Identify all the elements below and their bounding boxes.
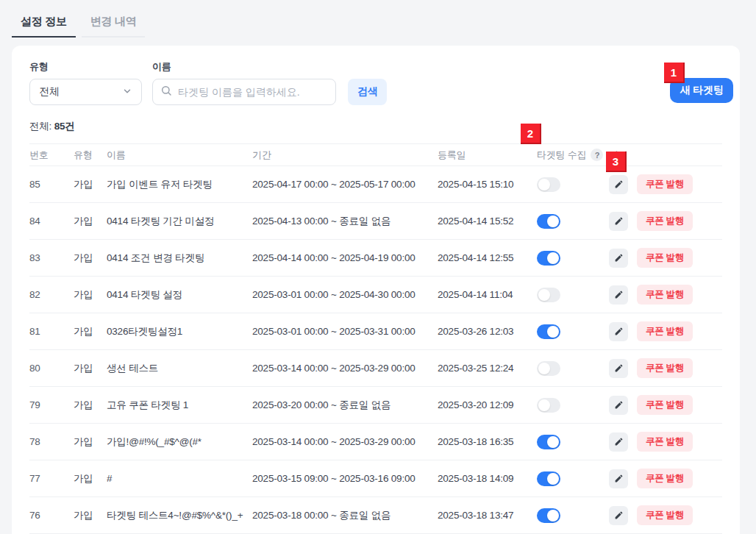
collect-toggle[interactable] [537,398,560,413]
pencil-icon [614,327,624,336]
table-row: 83 가입 0414 조건 변경 타겟팅 2025-04-14 00:00 ~ … [29,240,722,277]
cell-name: 가입 이벤트 유저 타겟팅 [107,178,252,191]
cell-period: 2025-03-14 00:00 ~ 2025-03-29 00:00 [252,436,438,447]
cell-type: 가입 [74,472,107,485]
coupon-issue-button[interactable]: 쿠폰 발행 [637,174,693,194]
total-count-label: 전체: [29,121,51,132]
cell-no: 85 [29,179,74,190]
name-filter-label: 이름 [152,60,387,74]
cell-type: 가입 [74,435,107,449]
pencil-icon [614,510,624,520]
cell-registered: 2025-04-14 12:55 [438,252,537,263]
search-icon [160,85,172,99]
name-filter-group: 이름 검색 [152,60,387,105]
collect-toggle[interactable] [537,177,560,192]
coupon-issue-button[interactable]: 쿠폰 발행 [637,321,693,341]
cell-no: 83 [29,252,74,263]
coupon-issue-button[interactable]: 쿠폰 발행 [637,248,693,268]
coupon-issue-button[interactable]: 쿠폰 발행 [637,285,693,305]
pencil-icon [614,474,624,483]
pencil-icon [614,253,624,263]
collect-toggle[interactable] [537,435,560,449]
cell-no: 82 [29,289,74,300]
help-icon[interactable]: ? [591,149,603,161]
cell-no: 84 [29,216,74,227]
type-select-value: 전체 [39,85,60,99]
search-button[interactable]: 검색 [348,79,387,105]
tab-settings-info[interactable]: 설정 정보 [12,10,76,38]
collect-toggle[interactable] [537,508,560,523]
edit-button[interactable] [609,322,628,341]
edit-button[interactable] [609,506,628,525]
table-body: 85 가입 가입 이벤트 유저 타겟팅 2025-04-17 00:00 ~ 2… [29,166,722,534]
cell-name: 0414 타겟팅 설정 [107,288,252,302]
annotation-badge-3: 3 [606,152,627,172]
coupon-issue-button[interactable]: 쿠폰 발행 [637,358,693,378]
cell-name: 0414 타겟팅 기간 미설정 [107,215,252,228]
type-select[interactable]: 전체 [29,79,142,105]
table-row: 77 가입 # 2025-03-15 09:00 ~ 2025-03-16 09… [29,460,722,497]
cell-name: 고유 쿠폰 타겟팅 1 [107,399,252,412]
collect-toggle[interactable] [537,471,560,486]
cell-no: 76 [29,510,74,521]
cell-period: 2025-03-01 00:00 ~ 2025-04-30 00:00 [252,289,438,300]
cell-name: # [107,473,252,484]
content-card: 유형 전체 이름 검색 전체: 85건 [12,46,740,534]
collect-toggle[interactable] [537,361,560,376]
pencil-icon [614,216,624,226]
cell-period: 2025-03-18 00:00 ~ 종료일 없음 [252,509,438,522]
collect-toggle[interactable] [537,251,560,266]
cell-no: 77 [29,473,74,484]
total-count-row: 전체: 85건 [29,120,722,144]
search-input[interactable] [178,86,328,98]
collect-toggle[interactable] [537,214,560,229]
cell-period: 2025-04-13 00:00 ~ 종료일 없음 [252,215,438,228]
edit-button[interactable] [609,396,628,415]
coupon-issue-button[interactable]: 쿠폰 발행 [637,505,693,525]
cell-name: 0326타겟팅설정1 [107,325,252,338]
table-row: 84 가입 0414 타겟팅 기간 미설정 2025-04-13 00:00 ~… [29,203,722,240]
cell-type: 가입 [74,362,107,375]
tab-change-history[interactable]: 변경 내역 [82,10,146,38]
cell-registered: 2025-04-15 15:10 [438,179,537,190]
cell-period: 2025-03-01 00:00 ~ 2025-03-31 00:00 [252,326,438,337]
cell-no: 81 [29,326,74,337]
collect-toggle[interactable] [537,324,560,339]
edit-button[interactable] [609,469,628,488]
cell-period: 2025-03-15 09:00 ~ 2025-03-16 09:00 [252,473,438,484]
cell-period: 2025-04-14 00:00 ~ 2025-04-19 00:00 [252,252,438,263]
pencil-icon [614,400,624,410]
coupon-issue-button[interactable]: 쿠폰 발행 [637,211,693,231]
cell-registered: 2025-03-18 16:35 [438,436,537,447]
edit-button[interactable] [609,175,628,194]
type-filter-label: 유형 [29,60,142,74]
edit-button[interactable] [609,212,628,231]
coupon-issue-button[interactable]: 쿠폰 발행 [637,469,693,488]
cell-type: 가입 [74,288,107,302]
edit-button[interactable] [609,432,628,452]
cell-period: 2025-03-14 00:00 ~ 2025-03-29 00:00 [252,363,438,374]
cell-name: 0414 조건 변경 타겟팅 [107,252,252,265]
cell-no: 80 [29,363,74,374]
edit-button[interactable] [609,359,628,378]
collect-toggle[interactable] [537,288,560,302]
header-period: 기간 [252,149,438,162]
cell-name: 타겟팅 테스트4~!@#$%^&*()_+ [107,509,252,522]
filter-section: 유형 전체 이름 검색 [29,60,722,105]
header-name: 이름 [107,149,252,162]
edit-button[interactable] [609,249,628,268]
cell-type: 가입 [74,509,107,522]
cell-period: 2025-04-17 00:00 ~ 2025-05-17 00:00 [252,179,438,190]
pencil-icon [614,437,624,446]
coupon-issue-button[interactable]: 쿠폰 발행 [637,432,693,452]
edit-button[interactable] [609,285,628,305]
cell-type: 가입 [74,215,107,228]
cell-registered: 2025-03-18 13:47 [438,510,537,521]
coupon-issue-button[interactable]: 쿠폰 발행 [637,395,693,415]
header-targeting-collect: 타겟팅 수집 [537,149,586,162]
pencil-icon [614,290,624,299]
tabbar: 설정 정보 변경 내역 [0,0,756,38]
cell-registered: 2025-03-26 12:03 [438,326,537,337]
cell-type: 가입 [74,399,107,412]
pencil-icon [614,363,624,373]
